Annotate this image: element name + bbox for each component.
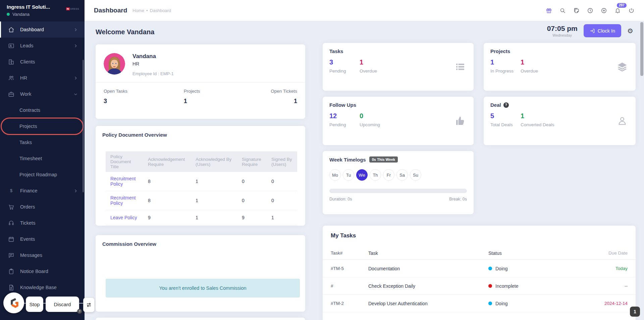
- sidebar-subitem-contracts[interactable]: Contracts: [0, 102, 85, 118]
- deal-card-title: Deal: [490, 102, 501, 108]
- users-icon: [8, 75, 14, 81]
- brand-header: Ingress IT Soluti... Vandana IN GRESS: [0, 0, 85, 21]
- gear-icon[interactable]: ⚙: [627, 28, 633, 34]
- chevron-right-icon: [73, 28, 78, 32]
- timelog-progress-bar: [329, 189, 467, 193]
- followups-upcoming-stat: 0 Upcoming: [360, 112, 380, 127]
- swap-arrows-button[interactable]: [83, 298, 95, 312]
- projects-inprogress-stat: 1 In Progress: [490, 58, 521, 74]
- task-row[interactable]: #TM-2 Develop User Authentication Doing …: [323, 295, 636, 312]
- stat-projects: Projects 1: [184, 89, 271, 105]
- help-badge[interactable]: ?: [77, 309, 82, 314]
- login-icon: [590, 28, 595, 34]
- task-row[interactable]: #TM-5 Documentation Doing Today: [323, 260, 636, 277]
- sidebar-scrollbar[interactable]: [83, 60, 84, 192]
- policy-table-row: Leave Policy 9 1 9 1: [106, 210, 297, 225]
- day-su[interactable]: Su: [410, 169, 421, 181]
- clipboard-icon: [8, 268, 14, 275]
- projects-highlight-ring: [1, 118, 84, 135]
- sidebar-item-clients[interactable]: Clients: [0, 54, 85, 70]
- policy-link[interactable]: Leave Policy: [106, 212, 143, 223]
- day-fr[interactable]: Fr: [383, 169, 394, 181]
- policy-card-title: Policy Document Overview: [102, 132, 167, 138]
- sidebar-item-label: Tickets: [20, 220, 78, 226]
- tasks-pending-stat: 3 Pending: [329, 58, 360, 74]
- profile-role: HR: [132, 61, 174, 66]
- sidebar-item-finance[interactable]: $ Finance: [0, 183, 85, 199]
- deal-summary-card: Deal ? 5 Total Deals 1 Converted Deals: [484, 97, 636, 145]
- profile-name: Vandana: [132, 53, 174, 60]
- weekday-selector: Mo Tu We Th Fr Sa Su: [329, 169, 421, 181]
- page-number-badge[interactable]: 1: [630, 307, 640, 317]
- sidebar-item-label: Dashboard: [20, 27, 73, 32]
- main-scrollbar[interactable]: [640, 22, 643, 76]
- policy-link[interactable]: Recruitment Policy: [106, 192, 143, 209]
- calendar-icon: [8, 236, 14, 242]
- sidebar-item-label: Clients: [20, 59, 78, 64]
- svg-text:$: $: [10, 188, 12, 193]
- sidebar-item-label: Knowledge Base: [20, 285, 78, 290]
- sidebar-item-label: Finance: [20, 188, 73, 193]
- sidebar-item-label: Notice Board: [20, 269, 78, 274]
- add-icon[interactable]: [600, 7, 607, 14]
- notifications-bell-icon[interactable]: 297: [614, 7, 621, 14]
- sidebar-item-dashboard[interactable]: Dashboard: [0, 21, 85, 38]
- policy-link[interactable]: Recruitment Policy: [106, 173, 143, 189]
- document-icon: [8, 284, 14, 291]
- day-tu[interactable]: Tu: [343, 169, 354, 181]
- day-sa[interactable]: Sa: [396, 169, 408, 181]
- sidebar-subitem-projects[interactable]: Projects: [0, 118, 85, 134]
- day-mo[interactable]: Mo: [329, 169, 341, 181]
- sidebar-item-label: Work: [20, 91, 73, 97]
- task-row[interactable]: # Check Exception Daily Incomplete --: [323, 277, 636, 295]
- sidebar-item-orders[interactable]: Orders: [0, 199, 85, 215]
- search-icon[interactable]: [559, 7, 566, 14]
- my-tasks-title: My Tasks: [331, 232, 356, 239]
- partial-card: [96, 318, 305, 320]
- sidebar-item-label: Messages: [20, 253, 78, 258]
- sidebar-item-notice-board[interactable]: Notice Board: [0, 263, 85, 279]
- sidebar-item-label: HR: [20, 75, 73, 81]
- stat-open-tasks: Open Tasks 3: [104, 89, 184, 105]
- sidebar-item-label: Orders: [20, 204, 78, 210]
- company-logo: IN GRESS: [66, 7, 79, 10]
- clock-icon[interactable]: [587, 7, 593, 14]
- break-label: Break: 0s: [449, 197, 467, 201]
- sidebar-item-hr[interactable]: HR: [0, 70, 85, 86]
- commission-info-alert: You aren't enrolled to Sales Commission: [106, 279, 300, 298]
- sidebar-subitem-tasks[interactable]: Tasks: [0, 134, 85, 150]
- breadcrumb-current: Dashboard: [150, 8, 171, 13]
- week-total-badge: 0s This Week: [369, 156, 398, 163]
- chevron-right-icon: [73, 44, 78, 48]
- day-th[interactable]: Th: [370, 169, 381, 181]
- sidebar-subitem-project-roadmap[interactable]: Project Roadmap: [0, 167, 85, 183]
- breadcrumb-home[interactable]: Home: [132, 8, 144, 13]
- day-we[interactable]: We: [356, 169, 368, 181]
- projects-card-title: Projects: [490, 48, 510, 54]
- chevron-right-icon: [73, 189, 78, 193]
- gift-icon[interactable]: [545, 7, 552, 14]
- sidebar-item-events[interactable]: Events: [0, 231, 85, 247]
- tasks-overdue-stat: 1 Overdue: [360, 58, 377, 74]
- sidebar-item-leads[interactable]: Leads: [0, 38, 85, 54]
- projects-summary-card: Projects 1 In Progress 1 Overdue: [484, 43, 636, 91]
- followups-card-title: Follow Ups: [329, 102, 356, 108]
- stop-button[interactable]: Stop: [26, 296, 43, 312]
- discard-button[interactable]: Discard: [46, 296, 79, 312]
- logout-power-icon[interactable]: [628, 7, 635, 14]
- breadcrumb-separator: •: [146, 8, 148, 13]
- clock-in-button[interactable]: Clock In: [584, 24, 621, 37]
- policy-table: Policy Document Title Acknowledgement Re…: [106, 151, 297, 225]
- sidebar-item-tickets[interactable]: Tickets: [0, 215, 85, 231]
- sidebar-nav: Dashboard Leads Clients HR Work Contract…: [0, 21, 85, 295]
- sidebar-item-work[interactable]: Work: [0, 86, 85, 102]
- recorder-logo-button[interactable]: [3, 292, 24, 313]
- followups-pending-stat: 12 Pending: [329, 112, 360, 127]
- sidebar-subitem-timesheet[interactable]: Timesheet: [0, 150, 85, 167]
- sidebar-item-label: Events: [20, 236, 78, 242]
- notes-icon[interactable]: [573, 7, 580, 14]
- deal-help-icon[interactable]: ?: [503, 102, 509, 108]
- sidebar-item-messages[interactable]: Messages: [0, 247, 85, 263]
- duration-label: Duration: 0s: [329, 197, 352, 201]
- followups-summary-card: Follow Ups 12 Pending 0 Upcoming: [323, 97, 474, 145]
